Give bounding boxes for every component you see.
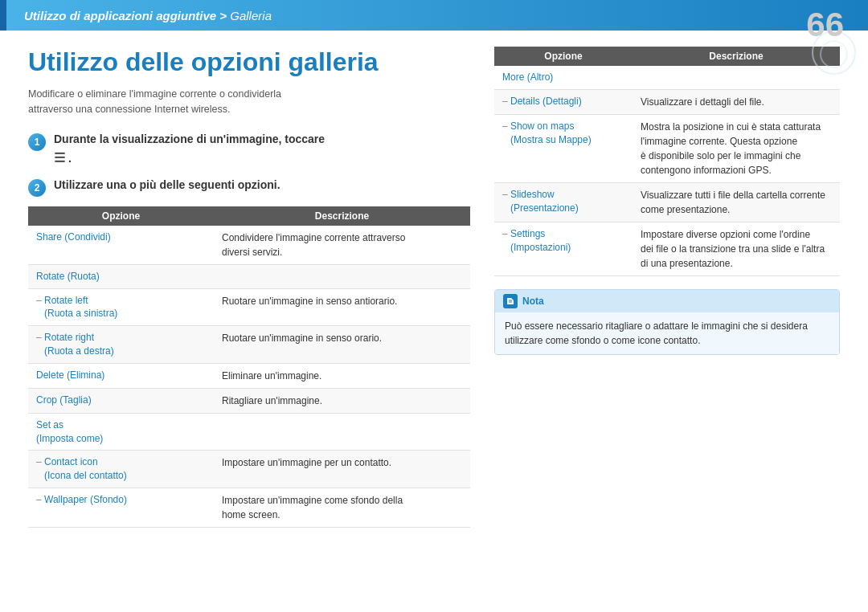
- nota-header: Nota: [495, 290, 839, 312]
- step-1-number: 1: [28, 133, 46, 151]
- right-col1-header: Opzione: [494, 47, 633, 66]
- desc-details: Visualizzare i dettagli del file.: [641, 96, 764, 108]
- desc-share: Condividere l'immagine corrente attraver…: [222, 232, 405, 258]
- main-content: Utilizzo delle opzioni galleria Modifica…: [0, 31, 868, 544]
- desc-wallpaper: Impostare un'immagine come sfondo dellah…: [222, 495, 403, 520]
- table-row: More (Altro): [494, 66, 840, 89]
- left-col1-header: Opzione: [28, 206, 214, 226]
- table-row: Rotate (Ruota): [28, 264, 470, 288]
- option-details: Details (Dettagli): [502, 95, 624, 108]
- nota-title: Nota: [522, 296, 544, 307]
- table-row: Details (Dettagli) Visualizzare i dettag…: [494, 89, 840, 114]
- table-row: Crop (Taglia) Ritagliare un'immagine.: [28, 388, 470, 413]
- desc-show-on-maps: Mostra la posizione in cui è stata cattu…: [641, 121, 821, 176]
- step-2: 2 Utilizzare una o più delle seguenti op…: [28, 177, 470, 197]
- right-col2-header: Descrizione: [633, 47, 840, 66]
- table-row: Set as(Imposta come): [28, 413, 470, 451]
- desc-slideshow: Visualizzare tutti i file della cartella…: [641, 190, 825, 215]
- desc-rotate-left: Ruotare un'immagine in senso antiorario.: [222, 296, 397, 307]
- left-options-table: Opzione Descrizione Share (Condividi) Co…: [28, 206, 470, 528]
- table-row: Settings(Impostazioni) Impostare diverse…: [494, 222, 840, 275]
- option-wallpaper: Wallpaper (Sfondo): [36, 493, 206, 507]
- nota-content: Può essere necessario ritagliare o adatt…: [495, 312, 839, 354]
- desc-crop: Ritagliare un'immagine.: [222, 395, 322, 406]
- desc-rotate-right: Ruotare un'immagine in senso orario.: [222, 333, 382, 344]
- menu-icon: ☰: [54, 149, 65, 167]
- option-slideshow: Slideshow(Presentazione): [502, 188, 624, 215]
- option-delete: Delete (Elimina): [36, 369, 104, 381]
- table-row: Show on maps(Mostra su Mappe) Mostra la …: [494, 114, 840, 182]
- option-show-on-maps: Show on maps(Mostra su Mappe): [502, 120, 624, 147]
- desc-delete: Eliminare un'immagine.: [222, 370, 321, 381]
- step-2-text: Utilizzare una o più delle seguenti opzi…: [54, 177, 280, 194]
- table-row: Wallpaper (Sfondo) Impostare un'immagine…: [28, 488, 470, 528]
- option-rotate-right: Rotate right(Ruota a destra): [36, 331, 206, 358]
- option-setas: Set as(Imposta come): [36, 419, 103, 444]
- table-row: Share (Condividi) Condividere l'immagine…: [28, 226, 470, 265]
- option-more: More (Altro): [502, 71, 553, 83]
- right-column: Opzione Descrizione More (Altro) Details…: [494, 47, 840, 528]
- step-1: 1 Durante la visualizzazione di un'immag…: [28, 132, 470, 168]
- desc-settings: Impostare diverse opzioni come l'ordined…: [641, 229, 825, 269]
- nota-box: Nota Può essere necessario ritagliare o …: [494, 289, 840, 355]
- top-header: Utilizzo di applicazioni aggiuntive > Ga…: [0, 0, 868, 31]
- step-2-number: 2: [28, 179, 46, 197]
- page-number: 66: [806, 8, 844, 42]
- option-crop: Crop (Taglia): [36, 394, 92, 406]
- breadcrumb: Utilizzo di applicazioni aggiuntive > Ga…: [24, 9, 272, 22]
- option-rotate: Rotate (Ruota): [36, 271, 100, 282]
- right-options-table: Opzione Descrizione More (Altro) Details…: [494, 47, 840, 276]
- nota-icon: [503, 294, 518, 308]
- table-row: Rotate right(Ruota a destra) Ruotare un'…: [28, 326, 470, 364]
- table-row: Rotate left(Ruota a sinistra) Ruotare un…: [28, 288, 470, 326]
- table-row: Contact icon(Icona del contatto) Imposta…: [28, 451, 470, 488]
- desc-contact-icon: Impostare un'immagine per un contatto.: [222, 457, 391, 468]
- option-settings: Settings(Impostazioni): [502, 227, 624, 255]
- page-title: Utilizzo delle opzioni galleria: [28, 47, 470, 77]
- option-rotate-left: Rotate left(Ruota a sinistra): [36, 294, 206, 321]
- step-1-text: Durante la visualizzazione di un'immagin…: [54, 133, 325, 165]
- deco-circle-2: [820, 40, 848, 68]
- left-col2-header: Descrizione: [214, 206, 470, 226]
- table-row: Slideshow(Presentazione) Visualizzare tu…: [494, 182, 840, 222]
- option-share: Share (Condividi): [36, 231, 111, 243]
- subtitle: Modificare o eliminare l'immagine corren…: [28, 87, 470, 117]
- table-row: Delete (Elimina) Eliminare un'immagine.: [28, 363, 470, 388]
- option-contact-icon: Contact icon(Icona del contatto): [36, 455, 206, 483]
- left-column: Utilizzo delle opzioni galleria Modifica…: [28, 47, 470, 528]
